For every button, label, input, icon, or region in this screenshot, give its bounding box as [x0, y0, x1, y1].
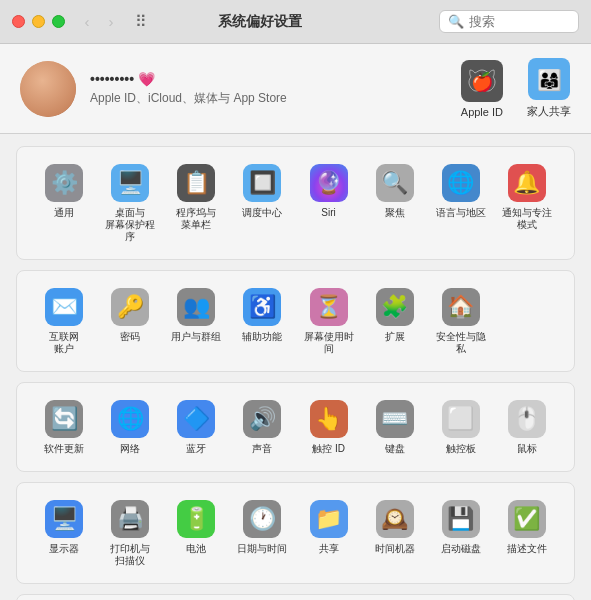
search-icon: 🔍 [448, 14, 464, 29]
printer-icon: 🖨️ [110, 499, 150, 539]
sound-icon: 🔊 [242, 399, 282, 439]
mouse-label: 鼠标 [517, 443, 537, 455]
display-label: 显示器 [49, 543, 79, 555]
pref-item-sound[interactable]: 🔊声音 [231, 395, 293, 459]
dock-icon: 📋 [176, 163, 216, 203]
search-input[interactable] [469, 14, 570, 29]
pref-item-profiles[interactable]: ✅描述文件 [496, 495, 558, 571]
traffic-lights [12, 15, 65, 28]
internet-icon: ✉️ [44, 287, 84, 327]
family-icon: 👨‍👩‍👧 [528, 58, 570, 100]
pref-grid-3: 🖥️显示器🖨️打印机与 扫描仪🔋电池🕐日期与时间📁共享🕰️时间机器💾启动磁盘✅描… [33, 495, 558, 571]
pref-item-accessibility[interactable]: ♿辅助功能 [231, 283, 293, 359]
pref-item-general[interactable]: ⚙️通用 [33, 159, 95, 247]
startup-icon: 💾 [441, 499, 481, 539]
pref-grid-0: ⚙️通用🖥️桌面与 屏幕保护程序📋程序坞与 菜单栏🔲调度中心🔮Siri🔍聚焦🌐语… [33, 159, 558, 247]
dock-label: 程序坞与 菜单栏 [176, 207, 216, 231]
pref-item-language[interactable]: 🌐语言与地区 [430, 159, 492, 247]
section-2: 🔄软件更新🌐网络🔷蓝牙🔊声音👆触控 ID⌨️键盘⬜触控板🖱️鼠标 [16, 382, 575, 472]
printer-label: 打印机与 扫描仪 [110, 543, 150, 567]
pref-item-sharing[interactable]: 📁共享 [298, 495, 360, 571]
pref-item-printer[interactable]: 🖨️打印机与 扫描仪 [99, 495, 161, 571]
apple-id-action[interactable]:  🍎 Apple ID [461, 60, 503, 118]
desktop-label: 桌面与 屏幕保护程序 [101, 207, 159, 243]
language-icon: 🌐 [441, 163, 481, 203]
timemachine-icon: 🕰️ [375, 499, 415, 539]
pref-item-notification[interactable]: 🔔通知与专注模式 [496, 159, 558, 247]
avatar-face [20, 61, 76, 117]
empty1-icon [507, 287, 547, 327]
close-button[interactable] [12, 15, 25, 28]
extensions-label: 扩展 [385, 331, 405, 343]
pref-item-software[interactable]: 🔄软件更新 [33, 395, 95, 459]
display-icon: 🖥️ [44, 499, 84, 539]
pref-item-battery[interactable]: 🔋电池 [165, 495, 227, 571]
battery-label: 电池 [186, 543, 206, 555]
pref-grid-1: ✉️互联网 账户🔑密码👥用户与群组♿辅助功能⏳屏幕使用时间🧩扩展🏠安全性与隐私 [33, 283, 558, 359]
search-box[interactable]: 🔍 [439, 10, 579, 33]
profile-info: ••••••••• 💗 Apple ID、iCloud、媒体与 App Stor… [90, 71, 287, 107]
family-sharing-action[interactable]: 👨‍👩‍👧 家人共享 [527, 58, 571, 119]
accessibility-label: 辅助功能 [242, 331, 282, 343]
pref-item-mouse[interactable]: 🖱️鼠标 [496, 395, 558, 459]
sound-label: 声音 [252, 443, 272, 455]
pref-item-touchid[interactable]: 👆触控 ID [298, 395, 360, 459]
extensions-icon: 🧩 [375, 287, 415, 327]
pref-item-security[interactable]: 🏠安全性与隐私 [430, 283, 492, 359]
pref-item-display[interactable]: 🖥️显示器 [33, 495, 95, 571]
window-title: 系统偏好设置 [81, 13, 439, 31]
language-label: 语言与地区 [436, 207, 486, 219]
pref-item-desktop[interactable]: 🖥️桌面与 屏幕保护程序 [99, 159, 161, 247]
notification-label: 通知与专注模式 [498, 207, 556, 231]
pref-item-mission[interactable]: 🔲调度中心 [231, 159, 293, 247]
apple-id-label: Apple ID [461, 106, 503, 118]
profile-actions:  🍎 Apple ID 👨‍👩‍👧 家人共享 [461, 58, 571, 119]
titlebar: ‹ › ⠿ 系统偏好设置 🔍 [0, 0, 591, 44]
pref-item-datetime[interactable]: 🕐日期与时间 [231, 495, 293, 571]
spotlight-label: 聚焦 [385, 207, 405, 219]
keyboard-icon: ⌨️ [375, 399, 415, 439]
pref-item-siri[interactable]: 🔮Siri [298, 159, 360, 247]
screentime-icon: ⏳ [309, 287, 349, 327]
pref-item-users[interactable]: 👥用户与群组 [165, 283, 227, 359]
users-label: 用户与群组 [171, 331, 221, 343]
pref-item-keyboard[interactable]: ⌨️键盘 [364, 395, 426, 459]
maximize-button[interactable] [52, 15, 65, 28]
section-3: 🖥️显示器🖨️打印机与 扫描仪🔋电池🕐日期与时间📁共享🕰️时间机器💾启动磁盘✅描… [16, 482, 575, 584]
notification-icon: 🔔 [507, 163, 547, 203]
touchid-label: 触控 ID [312, 443, 345, 455]
pref-item-timemachine[interactable]: 🕰️时间机器 [364, 495, 426, 571]
pref-item-bluetooth[interactable]: 🔷蓝牙 [165, 395, 227, 459]
pref-item-password[interactable]: 🔑密码 [99, 283, 161, 359]
pref-item-screentime[interactable]: ⏳屏幕使用时间 [298, 283, 360, 359]
siri-label: Siri [321, 207, 335, 219]
users-icon: 👥 [176, 287, 216, 327]
trackpad-label: 触控板 [446, 443, 476, 455]
minimize-button[interactable] [32, 15, 45, 28]
pref-item-spotlight[interactable]: 🔍聚焦 [364, 159, 426, 247]
general-label: 通用 [54, 207, 74, 219]
main-content: ⚙️通用🖥️桌面与 屏幕保护程序📋程序坞与 菜单栏🔲调度中心🔮Siri🔍聚焦🌐语… [0, 134, 591, 600]
pref-item-dock[interactable]: 📋程序坞与 菜单栏 [165, 159, 227, 247]
profiles-label: 描述文件 [507, 543, 547, 555]
sharing-icon: 📁 [309, 499, 349, 539]
startup-label: 启动磁盘 [441, 543, 481, 555]
svg-text:👨‍👩‍👧: 👨‍👩‍👧 [537, 68, 562, 92]
profile-name: ••••••••• 💗 [90, 71, 287, 87]
sharing-label: 共享 [319, 543, 339, 555]
pref-item-trackpad[interactable]: ⬜触控板 [430, 395, 492, 459]
pref-item-empty1[interactable] [496, 283, 558, 359]
pref-item-startup[interactable]: 💾启动磁盘 [430, 495, 492, 571]
pref-item-network[interactable]: 🌐网络 [99, 395, 161, 459]
datetime-label: 日期与时间 [237, 543, 287, 555]
security-label: 安全性与隐私 [432, 331, 490, 355]
siri-icon: 🔮 [309, 163, 349, 203]
pref-grid-2: 🔄软件更新🌐网络🔷蓝牙🔊声音👆触控 ID⌨️键盘⬜触控板🖱️鼠标 [33, 395, 558, 459]
network-label: 网络 [120, 443, 140, 455]
pref-item-internet[interactable]: ✉️互联网 账户 [33, 283, 95, 359]
bluetooth-label: 蓝牙 [186, 443, 206, 455]
avatar[interactable] [20, 61, 76, 117]
pref-item-extensions[interactable]: 🧩扩展 [364, 283, 426, 359]
software-icon: 🔄 [44, 399, 84, 439]
section-1: ✉️互联网 账户🔑密码👥用户与群组♿辅助功能⏳屏幕使用时间🧩扩展🏠安全性与隐私 [16, 270, 575, 372]
